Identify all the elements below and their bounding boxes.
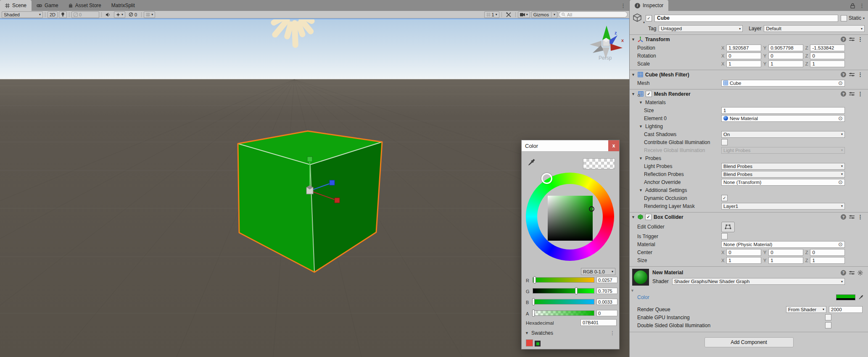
scale-x-input[interactable]: 1: [726, 60, 761, 67]
effects-dropdown[interactable]: ▾: [114, 11, 125, 18]
double-sided-gi-checkbox[interactable]: [825, 322, 831, 328]
gameobject-name-input[interactable]: Cube: [654, 15, 838, 22]
add-component-button[interactable]: Add Component: [704, 337, 794, 347]
exposure-control[interactable]: 0: [71, 11, 99, 18]
reflection-probes-dropdown[interactable]: Blend Probes ▾: [721, 171, 845, 178]
dynamic-occlusion-checkbox[interactable]: ✓: [721, 195, 728, 201]
object-picker-icon[interactable]: ⊙: [838, 179, 843, 185]
hexadecimal-input[interactable]: 07B401: [580, 319, 617, 326]
transform-header[interactable]: ▼ Transform ? ⋮: [630, 35, 868, 44]
size-x-input[interactable]: 1: [726, 257, 761, 264]
channel-g-slider[interactable]: [533, 288, 594, 294]
rotation-y-input[interactable]: 0: [768, 52, 803, 59]
position-z-input[interactable]: -1.533842: [810, 45, 845, 51]
close-button[interactable]: x: [608, 140, 619, 151]
swatch-red[interactable]: [526, 339, 533, 346]
gear-icon[interactable]: [857, 270, 863, 276]
mesh-renderer-header[interactable]: ▼ ✓ Mesh Renderer ? ⋮: [630, 89, 868, 98]
scale-z-input[interactable]: 1: [810, 60, 845, 67]
tools-button[interactable]: [504, 11, 513, 18]
color-dialog-titlebar[interactable]: Color x: [522, 140, 619, 152]
materials-size-input[interactable]: 1: [721, 107, 845, 114]
saturation-value-handle[interactable]: [589, 206, 594, 212]
help-icon[interactable]: ?: [841, 91, 846, 97]
object-picker-icon[interactable]: ⊙: [838, 116, 843, 121]
scene-tab-menu-icon[interactable]: ⋮: [620, 3, 626, 8]
presets-icon[interactable]: [849, 270, 855, 275]
help-icon[interactable]: ?: [841, 72, 846, 77]
mesh-renderer-enabled-checkbox[interactable]: ✓: [646, 91, 652, 97]
channel-b-slider[interactable]: [533, 299, 594, 304]
position-y-input[interactable]: 0.9057798: [768, 45, 803, 51]
inspector-menu-icon[interactable]: ⋮: [859, 3, 865, 8]
contribute-gi-checkbox[interactable]: [721, 139, 728, 145]
help-icon[interactable]: ?: [841, 37, 846, 42]
tab-asset-store[interactable]: Asset Store: [63, 0, 106, 11]
material-color-label[interactable]: Color: [637, 294, 649, 300]
channel-b-value[interactable]: 0.0033: [596, 299, 617, 305]
tab-game[interactable]: Game: [32, 0, 63, 11]
cast-shadows-dropdown[interactable]: On ▾: [721, 131, 845, 138]
eyedropper-icon[interactable]: [858, 294, 864, 300]
presets-icon[interactable]: [849, 37, 855, 42]
presets-icon[interactable]: [849, 92, 855, 96]
audio-toggle-button[interactable]: [104, 11, 113, 18]
scene-orientation-gizmo[interactable]: [590, 26, 623, 59]
anchor-override-object-field[interactable]: None (Transform) ⊙: [721, 179, 845, 186]
scene-visibility-button[interactable]: 0: [127, 11, 139, 18]
is-trigger-checkbox[interactable]: [721, 233, 728, 239]
presets-icon[interactable]: [849, 215, 855, 219]
component-menu-icon[interactable]: ⋮: [857, 214, 863, 220]
gpu-instancing-checkbox[interactable]: [825, 314, 831, 320]
physic-material-object-field[interactable]: None (Physic Material) ⊙: [721, 241, 845, 248]
static-checkbox[interactable]: [841, 15, 847, 21]
position-x-input[interactable]: 1.920587: [726, 45, 761, 51]
materials-foldout[interactable]: ▼Materials: [630, 98, 868, 106]
scene-search-input[interactable]: All: [559, 11, 628, 18]
additional-settings-foldout[interactable]: ▼Additional Settings: [630, 186, 868, 194]
element0-object-field[interactable]: New Material ⊙: [721, 115, 845, 122]
size-y-input[interactable]: 1: [768, 257, 803, 264]
shading-mode-dropdown[interactable]: Shaded ▾: [2, 11, 43, 18]
box-collider-enabled-checkbox[interactable]: ✓: [645, 214, 652, 220]
lighting-foldout[interactable]: ▼Lighting: [630, 122, 868, 130]
presets-icon[interactable]: [849, 72, 855, 77]
slider-thumb[interactable]: [532, 298, 535, 305]
mesh-filter-header[interactable]: ▼ Cube (Mesh Filter) ? ⋮: [630, 70, 868, 79]
material-preview-sphere[interactable]: [632, 269, 649, 286]
component-menu-icon[interactable]: ⋮: [857, 91, 863, 97]
snap-increment-dropdown[interactable]: 1 ▾: [484, 11, 499, 18]
camera-dropdown[interactable]: ▾: [518, 11, 530, 18]
material-header[interactable]: New Material ? Shader: [630, 267, 868, 286]
center-z-input[interactable]: 0: [810, 249, 845, 256]
tag-dropdown[interactable]: Untagged ▾: [659, 25, 743, 32]
tab-scene[interactable]: Scene: [0, 0, 32, 11]
rotation-z-input[interactable]: 0: [810, 52, 845, 59]
tab-matrixsplit[interactable]: MatrixSplit: [106, 0, 140, 11]
rotation-x-input[interactable]: 0: [726, 52, 761, 59]
material-foldout-icon[interactable]: ▼: [631, 289, 634, 293]
center-x-input[interactable]: 0: [726, 249, 761, 256]
light-probes-dropdown[interactable]: Blend Probes ▾: [721, 163, 845, 170]
rendering-layer-mask-dropdown[interactable]: Layer1 ▾: [721, 203, 845, 210]
slider-thumb[interactable]: [575, 287, 578, 294]
mesh-object-field[interactable]: Cube ⊙: [721, 80, 845, 87]
lock-icon[interactable]: [850, 3, 855, 8]
material-color-swatch[interactable]: [836, 294, 855, 300]
render-queue-dropdown[interactable]: From Shader ▾: [786, 306, 826, 313]
slider-thumb[interactable]: [532, 310, 535, 317]
static-dropdown-icon[interactable]: ▾: [863, 16, 865, 20]
render-queue-value-input[interactable]: 2000: [829, 306, 863, 313]
gizmos-dropdown[interactable]: Gizmos ▾: [531, 11, 557, 18]
gameobject-cube-icon[interactable]: ▾: [632, 13, 643, 23]
channel-g-value[interactable]: 0.7075: [596, 288, 617, 294]
object-picker-icon[interactable]: ⊙: [838, 242, 843, 247]
scale-y-input[interactable]: 1: [768, 60, 803, 67]
eyedropper-button[interactable]: [527, 158, 536, 167]
swatch-green[interactable]: [535, 341, 541, 346]
channel-r-slider[interactable]: [533, 277, 594, 283]
edit-collider-button[interactable]: [721, 222, 735, 232]
channel-r-value[interactable]: 0.0257: [596, 277, 617, 283]
component-menu-icon[interactable]: ⋮: [857, 72, 863, 77]
probes-foldout[interactable]: ▼Probes: [630, 154, 868, 162]
